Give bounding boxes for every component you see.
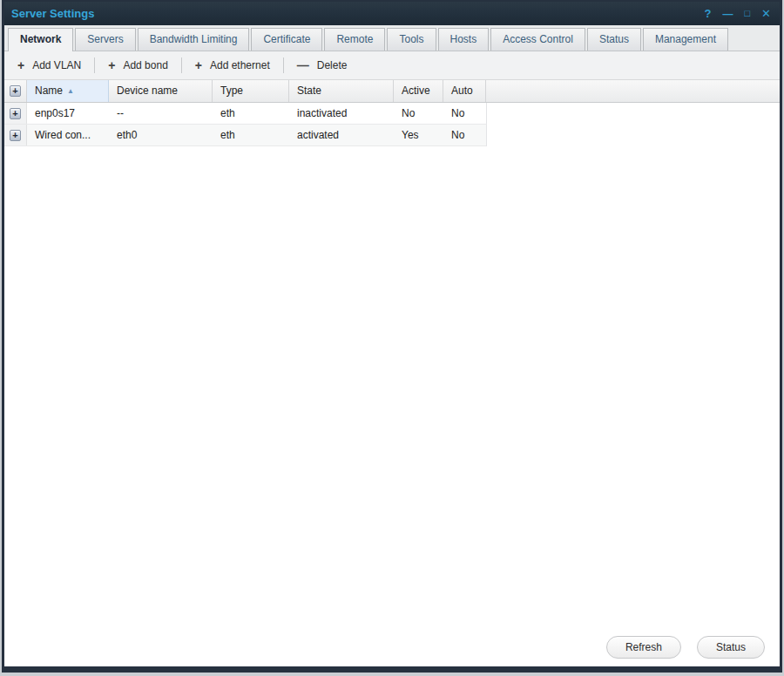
add-ethernet-button[interactable]: + Add ethernet	[184, 55, 281, 76]
plus-icon: +	[195, 59, 202, 71]
column-header-type[interactable]: Type	[213, 80, 289, 102]
column-header-active[interactable]: Active	[394, 80, 443, 102]
tab-servers[interactable]: Servers	[75, 28, 135, 51]
table-header: + Name ▲ Device name Type State Active A…	[4, 80, 780, 103]
cell-name: Wired con...	[27, 125, 109, 145]
toolbar-separator	[181, 57, 182, 73]
cell-device-name: --	[109, 103, 213, 124]
toolbar-separator	[94, 57, 95, 73]
toolbar: + Add VLAN + Add bond + Add ethernet — D…	[4, 51, 780, 80]
titlebar[interactable]: Server Settings ? — □ ✕	[4, 2, 780, 25]
column-header-state[interactable]: State	[289, 80, 394, 102]
window-title: Server Settings	[11, 7, 94, 20]
column-header-name[interactable]: Name ▲	[27, 80, 109, 102]
column-header-device-name[interactable]: Device name	[109, 80, 213, 102]
expand-all-button[interactable]: +	[4, 80, 27, 102]
toolbar-separator	[283, 57, 284, 73]
delete-button[interactable]: — Delete	[286, 55, 359, 76]
delete-label: Delete	[317, 59, 348, 71]
cell-active: No	[394, 103, 443, 124]
add-vlan-button[interactable]: + Add VLAN	[6, 55, 92, 76]
row-expander-cell: +	[4, 125, 27, 145]
server-settings-window: Server Settings ? — □ ✕ Network Servers …	[2, 0, 782, 673]
column-header-auto[interactable]: Auto	[443, 80, 486, 102]
row-expand-icon[interactable]: +	[10, 108, 21, 119]
tab-hosts[interactable]: Hosts	[438, 28, 490, 51]
footer: Refresh Status	[4, 635, 780, 666]
maximize-icon[interactable]: □	[744, 9, 750, 18]
row-expander-cell: +	[4, 103, 27, 124]
cell-auto: No	[443, 103, 486, 124]
tab-management[interactable]: Management	[643, 28, 728, 51]
add-bond-button[interactable]: + Add bond	[97, 55, 179, 76]
sort-ascending-icon: ▲	[67, 88, 74, 95]
table-empty-area	[4, 146, 780, 635]
tab-access-control[interactable]: Access Control	[490, 28, 585, 51]
tab-remote[interactable]: Remote	[324, 28, 385, 51]
cell-auto: No	[443, 125, 486, 145]
cell-name: enp0s17	[27, 103, 109, 124]
column-name-label: Name	[35, 80, 63, 102]
cell-active: Yes	[394, 125, 443, 145]
cell-state: inactivated	[289, 103, 394, 124]
add-ethernet-label: Add ethernet	[210, 59, 270, 71]
minimize-icon[interactable]: —	[722, 9, 733, 19]
tab-tools[interactable]: Tools	[387, 28, 436, 51]
row-expand-icon[interactable]: +	[10, 130, 21, 141]
add-bond-label: Add bond	[123, 59, 167, 71]
tab-status[interactable]: Status	[587, 28, 641, 51]
cell-type: eth	[213, 103, 289, 124]
table-row-wired-connection[interactable]: + Wired con... eth0 eth activated Yes No	[4, 125, 487, 146]
window-controls: ? — □ ✕	[704, 8, 771, 19]
help-icon[interactable]: ?	[704, 8, 711, 19]
tab-network[interactable]: Network	[8, 28, 73, 51]
tab-bandwidth-limiting[interactable]: Bandwidth Limiting	[138, 28, 250, 51]
expand-all-icon[interactable]: +	[10, 85, 21, 97]
minus-icon: —	[297, 59, 309, 71]
plus-icon: +	[17, 59, 24, 71]
refresh-button[interactable]: Refresh	[606, 636, 681, 659]
add-vlan-label: Add VLAN	[32, 59, 81, 71]
status-button[interactable]: Status	[697, 636, 765, 659]
tab-bar: Network Servers Bandwidth Limiting Certi…	[4, 25, 780, 51]
cell-state: activated	[289, 125, 394, 145]
tab-certificate[interactable]: Certificate	[251, 28, 322, 51]
table-row-enp0s17[interactable]: + enp0s17 -- eth inactivated No No	[4, 103, 487, 125]
close-icon[interactable]: ✕	[761, 8, 771, 19]
cell-device-name: eth0	[109, 125, 213, 145]
plus-icon: +	[108, 59, 115, 71]
cell-type: eth	[213, 125, 289, 145]
column-header-filler	[486, 80, 780, 102]
